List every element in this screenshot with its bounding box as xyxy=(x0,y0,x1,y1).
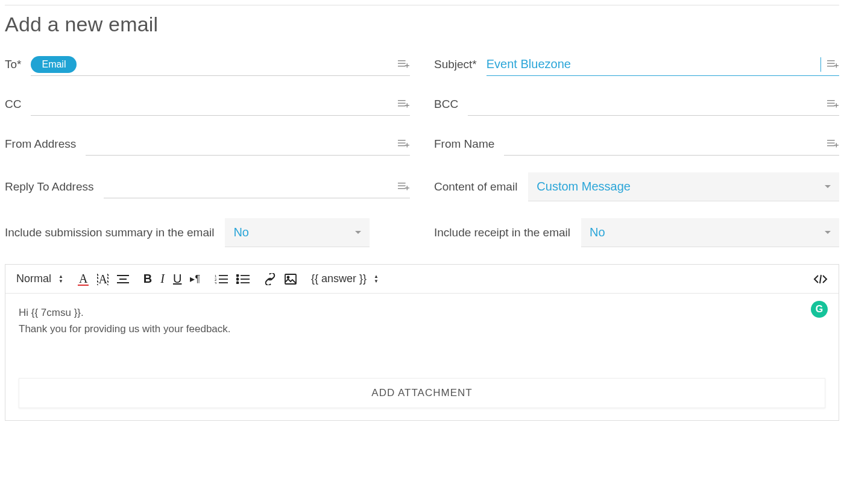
to-field: To* Email xyxy=(5,53,410,76)
content-of-email-field: Content of email Custom Message xyxy=(434,172,839,201)
from-address-label: From Address xyxy=(5,137,76,151)
underline-icon[interactable]: U xyxy=(173,272,181,286)
include-receipt-field: Include receipt in the email No xyxy=(434,218,839,247)
format-select-label: Normal xyxy=(16,272,51,285)
add-attachment-button[interactable]: ADD ATTACHMENT xyxy=(19,378,825,408)
from-name-input-wrap[interactable] xyxy=(504,133,839,156)
insert-field-icon[interactable] xyxy=(826,98,839,110)
unordered-list-icon[interactable] xyxy=(236,274,250,284)
reply-to-field: Reply To Address xyxy=(5,172,410,201)
svg-point-46 xyxy=(236,278,238,280)
cc-field: CC xyxy=(5,93,410,116)
insert-field-icon[interactable] xyxy=(397,98,410,110)
text-cursor xyxy=(820,57,821,72)
bcc-input[interactable] xyxy=(468,95,821,113)
to-chip-email[interactable]: Email xyxy=(31,56,77,73)
content-of-email-select[interactable]: Custom Message xyxy=(528,172,839,201)
insert-field-icon[interactable] xyxy=(397,181,410,193)
from-name-label: From Name xyxy=(434,137,494,151)
svg-text:3: 3 xyxy=(215,282,217,284)
chevron-down-icon xyxy=(355,231,361,234)
format-select[interactable]: Normal ▲▼ xyxy=(16,272,63,285)
cc-input-wrap[interactable] xyxy=(31,93,410,116)
svg-point-51 xyxy=(288,276,289,278)
bcc-field: BCC xyxy=(434,93,839,116)
svg-line-52 xyxy=(820,275,821,283)
bcc-input-wrap[interactable] xyxy=(468,93,839,116)
reply-to-input-wrap[interactable] xyxy=(104,175,410,198)
bold-icon[interactable]: B xyxy=(143,272,152,286)
from-name-input[interactable] xyxy=(504,134,821,153)
content-of-email-label: Content of email xyxy=(434,180,517,194)
from-name-field: From Name xyxy=(434,133,839,156)
text-color-icon[interactable]: A xyxy=(78,272,89,286)
from-address-field: From Address xyxy=(5,133,410,156)
editor-line: Hi {{ 7cmsu }}. xyxy=(19,304,825,321)
content-of-email-value: Custom Message xyxy=(537,180,631,194)
include-summary-label: Include submission summary in the email xyxy=(5,226,214,239)
chevron-down-icon xyxy=(825,231,831,234)
answer-token-select[interactable]: {{ answer }} ▲▼ xyxy=(311,272,379,285)
to-label: To* xyxy=(5,58,21,71)
subject-field: Subject* xyxy=(434,53,839,76)
grammarly-icon[interactable]: G xyxy=(811,301,828,318)
from-address-input-wrap[interactable] xyxy=(86,133,410,156)
editor-toolbar: Normal ▲▼ A A B I U ▸¶ 123 xyxy=(5,265,839,294)
page-title: Add a new email xyxy=(5,13,839,36)
sort-icon: ▲▼ xyxy=(374,274,379,284)
subject-input[interactable] xyxy=(487,55,821,74)
rich-text-editor: Normal ▲▼ A A B I U ▸¶ 123 xyxy=(5,264,839,421)
include-summary-select[interactable]: No xyxy=(225,218,370,247)
ordered-list-icon[interactable]: 123 xyxy=(215,274,228,284)
link-icon[interactable] xyxy=(264,273,276,285)
include-receipt-select[interactable]: No xyxy=(581,218,839,247)
svg-point-44 xyxy=(236,274,238,276)
reply-to-input[interactable] xyxy=(104,177,392,196)
editor-content[interactable]: Hi {{ 7cmsu }}. Thank you for providing … xyxy=(5,294,839,366)
editor-line: Thank you for providing us with your fee… xyxy=(19,321,825,337)
chevron-down-icon xyxy=(825,185,831,188)
to-input-wrap[interactable]: Email xyxy=(31,53,410,76)
to-input[interactable] xyxy=(81,55,392,74)
image-icon[interactable] xyxy=(285,274,297,285)
subject-label: Subject* xyxy=(434,58,477,71)
insert-field-icon[interactable] xyxy=(826,58,839,71)
svg-point-48 xyxy=(236,282,238,283)
italic-icon[interactable]: I xyxy=(160,272,165,286)
include-summary-field: Include submission summary in the email … xyxy=(5,218,410,247)
align-icon[interactable] xyxy=(117,274,129,284)
include-receipt-label: Include receipt in the email xyxy=(434,226,570,239)
include-receipt-value: No xyxy=(590,225,605,239)
reply-to-label: Reply To Address xyxy=(5,180,94,194)
bcc-label: BCC xyxy=(434,98,458,111)
insert-field-icon[interactable] xyxy=(397,58,410,71)
answer-token-label: {{ answer }} xyxy=(311,272,367,285)
code-view-icon[interactable] xyxy=(813,274,828,284)
text-highlight-icon[interactable]: A xyxy=(97,273,108,285)
from-address-input[interactable] xyxy=(86,134,392,153)
cc-label: CC xyxy=(5,98,21,111)
svg-rect-50 xyxy=(285,274,296,284)
subject-input-wrap[interactable] xyxy=(487,53,839,76)
cc-input[interactable] xyxy=(31,95,392,113)
sort-icon: ▲▼ xyxy=(58,274,63,284)
insert-field-icon[interactable] xyxy=(397,138,410,150)
insert-field-icon[interactable] xyxy=(826,138,839,150)
text-direction-icon[interactable]: ▸¶ xyxy=(190,273,200,285)
include-summary-value: No xyxy=(233,225,249,239)
